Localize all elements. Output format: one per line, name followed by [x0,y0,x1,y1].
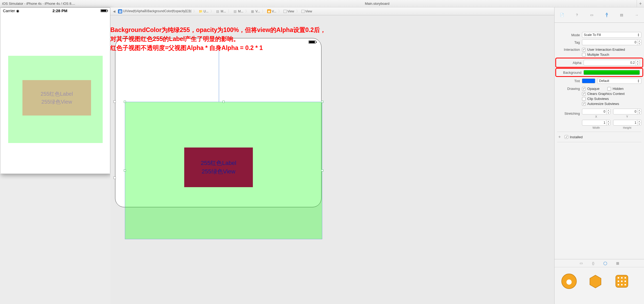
svg-point-9 [618,284,619,285]
multiple-touch-label: Multiple Touch [587,53,609,57]
inspector-thumbnail [555,23,644,31]
simulator-title: iOS Simulator - iPhone 4s - iPhone 4s / … [2,2,75,6]
help-inspector-tab[interactable]: ? [573,11,581,19]
svg-point-7 [621,280,623,282]
object-library: ▭ {} ◯ ▦ [554,259,644,304]
file-inspector-tab[interactable]: 📄 [558,11,566,19]
selected-view[interactable]: 255红色Label 255绿色View [125,102,322,239]
constraint-line [219,46,219,102]
tableviewcontroller-object[interactable] [613,272,631,291]
green-uiview[interactable]: 255红色Label 255绿色View [125,102,322,239]
alpha-label: Alpha [559,61,581,65]
xcode-title: Main.storyboard [365,2,389,6]
clears-checkbox[interactable] [582,92,586,96]
nav-item-2[interactable]: M... [238,10,243,13]
simulator-window: Carrier ◉ 2:28 PM 255红色Label 255绿色View [0,7,110,174]
nav-item-1[interactable]: M... [221,10,226,13]
canvas-label-line2: 255绿色View [202,167,235,176]
alpha-field[interactable]: 0.2▴▾ [584,60,640,66]
identity-inspector-tab[interactable]: ▭ [588,11,596,19]
tint-dropdown[interactable]: Default▲▼ [597,78,641,84]
nav-item-4[interactable]: V... [272,10,276,13]
w-sublabel: Width [582,126,610,129]
stretch-w-field[interactable]: 1▴▾ [582,120,610,126]
nav-item-0[interactable]: U... [203,10,209,13]
resize-handle[interactable] [321,101,323,103]
nav-item-6[interactable]: View [305,10,312,13]
separator [557,142,641,142]
resize-handle[interactable] [124,169,126,172]
media-library-tab[interactable]: ▦ [615,260,621,266]
svg-point-6 [618,280,619,282]
tint-color-well[interactable] [582,79,595,83]
x-sublabel: X [582,114,610,118]
file-template-tab[interactable]: ▭ [578,260,584,266]
svg-point-10 [621,284,623,285]
resize-handle[interactable] [222,101,225,103]
size-inspector-tab[interactable]: ▤ [618,11,626,19]
view-icon [301,10,305,13]
storyboard-icon: ▤ [233,9,237,13]
clip-checkbox[interactable] [582,97,586,101]
canvas-label-line1: 255红色Label [201,159,236,167]
inspector-tab-bar: 📄 ? ▭ ▤ → [554,7,644,23]
nav-project[interactable]: UIView的Alpha和BackgroundColor的opacity区别 [123,9,191,13]
add-trait-button[interactable]: + [557,135,562,139]
tag-stepper[interactable]: ▴▾ [637,40,641,45]
ib-canvas[interactable]: BackgroundColor为纯绿255，opacity为100%，但将vie… [110,15,554,304]
viewcontroller-icon: ◉ [267,9,271,13]
svg-point-11 [624,284,626,285]
resize-handle[interactable] [321,169,323,172]
svg-point-3 [618,277,619,279]
storyboard-icon: ▤ [216,9,220,13]
opaque-checkbox[interactable] [582,87,586,91]
nav-item-3[interactable]: V... [255,10,260,13]
attributes-inspector-tab[interactable] [603,11,611,19]
stretch-h-field[interactable]: 1▴▾ [613,120,642,126]
multiple-touch-checkbox[interactable] [582,53,586,57]
user-interaction-checkbox[interactable] [582,48,586,52]
alpha-stepper[interactable]: ▴▾ [636,60,640,65]
view-icon [283,10,287,13]
nav-back-icon[interactable]: ◀ [112,10,116,13]
svg-point-5 [624,277,626,279]
autoresize-checkbox[interactable] [582,102,586,106]
h-sublabel: Height [613,126,642,129]
object-library-tab[interactable]: ◯ [603,260,608,266]
stretch-x-field[interactable]: 0▴▾ [582,109,610,114]
background-color-well[interactable] [584,70,640,75]
sim-red-label: 255红色Label 255绿色View [22,80,91,116]
mode-dropdown[interactable]: Scale To Fill▲▼ [582,32,641,38]
drawing-label: Drawing [557,87,580,91]
user-interaction-label: User Interaction Enabled [587,48,625,52]
red-uilabel[interactable]: 255红色Label 255绿色View [184,148,253,187]
clears-label: Clears Graphics Context [587,92,625,96]
connections-inspector-tab[interactable]: → [633,11,641,19]
sim-label-line2: 255绿色View [41,98,72,106]
code-snippet-tab[interactable]: {} [590,260,596,266]
frame-handle[interactable] [113,100,116,103]
carrier-label: Carrier ◉ [3,8,19,13]
add-tab-button[interactable]: + [637,0,644,7]
hidden-checkbox[interactable] [607,87,611,91]
alpha-highlight: Alpha 0.2▴▾ [555,58,643,68]
navcontroller-object[interactable] [586,272,605,291]
sim-canvas: 255红色Label 255绿色View [0,13,110,174]
svg-point-4 [621,277,623,279]
nav-item-5[interactable]: View [287,10,294,13]
library-tabs: ▭ {} ◯ ▦ [555,259,644,267]
viewcontroller-object[interactable] [560,272,578,291]
frame-handle[interactable] [113,177,116,179]
installed-checkbox[interactable] [565,135,568,139]
simulator-titlebar: iOS Simulator - iPhone 4s - iPhone 4s / … [0,0,110,7]
resize-handle[interactable] [124,101,126,103]
interaction-label: Interaction [557,48,580,52]
svg-point-1 [566,279,572,285]
sim-time: 2:28 PM [53,8,68,13]
background-label: Background [559,71,581,75]
svg-point-8 [624,280,626,282]
opaque-label: Opaque [587,87,599,91]
stretch-y-field[interactable]: 0▴▾ [613,109,642,114]
tag-field[interactable]: 0▴▾ [582,39,641,45]
installed-label: Installed [570,135,583,139]
